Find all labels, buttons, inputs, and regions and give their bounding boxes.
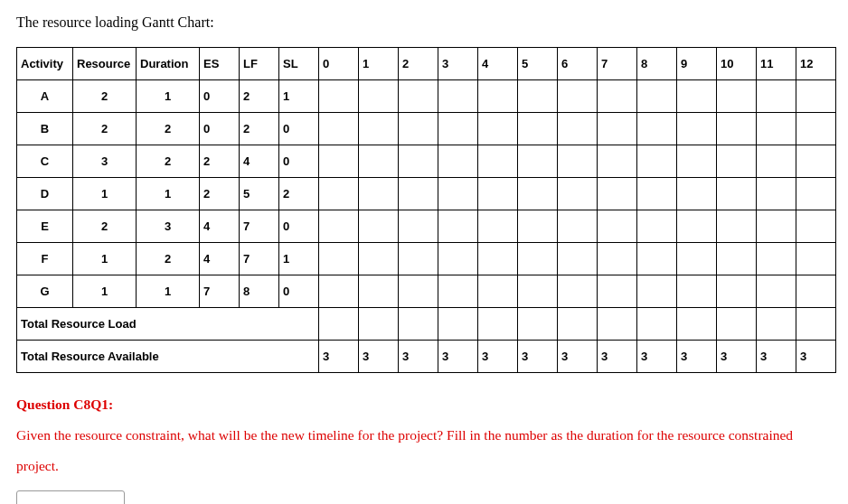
col-t5: 5: [518, 48, 558, 80]
cell-activity: C: [17, 145, 73, 178]
gantt-cell: [478, 80, 518, 113]
gantt-cell: [757, 275, 796, 308]
col-t9: 9: [677, 48, 717, 80]
gantt-cell: [518, 275, 558, 308]
gantt-cell: [558, 275, 598, 308]
cell-resource: 1: [73, 243, 137, 275]
gantt-cell: [637, 178, 677, 210]
gantt-cell: [359, 80, 399, 113]
gantt-cell: [677, 80, 717, 113]
gantt-cell: [677, 178, 717, 210]
gantt-cell: [319, 113, 359, 145]
gantt-cell: [399, 243, 438, 275]
cell-activity: D: [17, 178, 73, 210]
cell-duration: 2: [137, 243, 200, 275]
gantt-cell: [796, 178, 836, 210]
col-duration: Duration: [137, 48, 200, 80]
cell-duration: 3: [137, 210, 200, 243]
gantt-cell: [558, 210, 598, 243]
gantt-cell: [518, 243, 558, 275]
load-cell: [478, 308, 518, 341]
load-cell: [757, 308, 796, 341]
col-sl: SL: [279, 48, 319, 80]
gantt-cell: [399, 210, 438, 243]
gantt-cell: [677, 145, 717, 178]
gantt-cell: [319, 178, 359, 210]
table-row: C32240: [17, 145, 836, 178]
gantt-cell: [598, 275, 637, 308]
gantt-cell: [717, 145, 757, 178]
answer-input[interactable]: [16, 490, 125, 504]
gantt-cell: [796, 210, 836, 243]
load-cell: [677, 308, 717, 341]
gantt-cell: [438, 210, 478, 243]
cell-sl: 0: [279, 145, 319, 178]
gantt-table: Activity Resource Duration ES LF SL 0 1 …: [16, 47, 836, 373]
load-cell: [319, 308, 359, 341]
gantt-cell: [717, 210, 757, 243]
cell-lf: 2: [240, 113, 279, 145]
gantt-cell: [518, 80, 558, 113]
cell-resource: 2: [73, 210, 137, 243]
gantt-cell: [518, 210, 558, 243]
gantt-cell: [438, 80, 478, 113]
table-row: E23470: [17, 210, 836, 243]
cell-resource: 1: [73, 178, 137, 210]
gantt-cell: [757, 178, 796, 210]
gantt-cell: [598, 145, 637, 178]
total-avail-row: Total Resource Available3333333333333: [17, 341, 836, 373]
gantt-cell: [717, 113, 757, 145]
gantt-cell: [518, 113, 558, 145]
gantt-cell: [399, 178, 438, 210]
col-lf: LF: [240, 48, 279, 80]
gantt-cell: [637, 113, 677, 145]
gantt-cell: [796, 113, 836, 145]
col-t1: 1: [359, 48, 399, 80]
gantt-cell: [319, 145, 359, 178]
col-t6: 6: [558, 48, 598, 80]
load-cell: [637, 308, 677, 341]
table-row: F12471: [17, 243, 836, 275]
avail-cell: 3: [319, 341, 359, 373]
load-cell: [717, 308, 757, 341]
avail-cell: 3: [796, 341, 836, 373]
gantt-cell: [399, 80, 438, 113]
total-load-label: Total Resource Load: [17, 308, 319, 341]
cell-es: 4: [200, 210, 240, 243]
cell-es: 7: [200, 275, 240, 308]
gantt-cell: [438, 275, 478, 308]
avail-cell: 3: [677, 341, 717, 373]
avail-cell: 3: [637, 341, 677, 373]
gantt-cell: [598, 243, 637, 275]
avail-cell: 3: [518, 341, 558, 373]
gantt-cell: [319, 275, 359, 308]
avail-cell: 3: [558, 341, 598, 373]
cell-lf: 2: [240, 80, 279, 113]
gantt-cell: [757, 113, 796, 145]
col-t4: 4: [478, 48, 518, 80]
table-row: B22020: [17, 113, 836, 145]
col-resource: Resource: [73, 48, 137, 80]
gantt-cell: [319, 80, 359, 113]
gantt-cell: [478, 210, 518, 243]
cell-duration: 1: [137, 275, 200, 308]
gantt-cell: [637, 80, 677, 113]
gantt-cell: [359, 243, 399, 275]
gantt-cell: [637, 243, 677, 275]
gantt-cell: [518, 145, 558, 178]
cell-sl: 2: [279, 178, 319, 210]
gantt-cell: [438, 145, 478, 178]
cell-resource: 3: [73, 145, 137, 178]
table-row: G11780: [17, 275, 836, 308]
avail-cell: 3: [359, 341, 399, 373]
cell-resource: 1: [73, 275, 137, 308]
col-t2: 2: [399, 48, 438, 80]
cell-duration: 2: [137, 145, 200, 178]
gantt-cell: [558, 80, 598, 113]
gantt-cell: [359, 113, 399, 145]
gantt-cell: [757, 80, 796, 113]
total-avail-label: Total Resource Available: [17, 341, 319, 373]
gantt-cell: [757, 145, 796, 178]
gantt-cell: [796, 80, 836, 113]
total-load-row: Total Resource Load: [17, 308, 836, 341]
